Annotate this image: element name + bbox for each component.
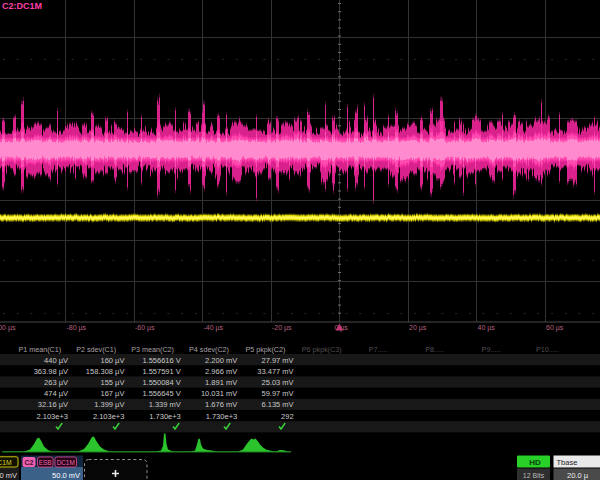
svg-text:DC1M: DC1M: [57, 459, 75, 466]
svg-text:P4 sdev(C2): P4 sdev(C2): [189, 345, 229, 354]
svg-text:-60 µs: -60 µs: [135, 324, 155, 332]
svg-text:2.103e+3: 2.103e+3: [37, 412, 69, 421]
svg-text:50.0 mV: 50.0 mV: [0, 471, 17, 480]
svg-text:HD: HD: [529, 458, 541, 467]
svg-text:-80 µs: -80 µs: [67, 324, 87, 332]
svg-text:363.98 µV: 363.98 µV: [34, 367, 68, 376]
svg-text:1.557591 V: 1.557591 V: [142, 367, 180, 376]
svg-text:10.031 mV: 10.031 mV: [201, 389, 237, 398]
svg-text:12 Bits: 12 Bits: [523, 472, 545, 479]
svg-text:-100 µs: -100 µs: [0, 324, 16, 332]
svg-text:1.676 mV: 1.676 mV: [205, 400, 237, 409]
svg-text:32.16 µV: 32.16 µV: [38, 400, 68, 409]
svg-text:2.966 mV: 2.966 mV: [205, 367, 237, 376]
svg-text:P8.....: P8.....: [425, 345, 444, 354]
svg-text:20 µs: 20 µs: [409, 324, 427, 332]
svg-text:1.730e+3: 1.730e+3: [149, 412, 181, 421]
svg-text:1.556616 V: 1.556616 V: [142, 356, 180, 365]
svg-text:6.135 mV: 6.135 mV: [261, 400, 293, 409]
svg-text:20.0 µ: 20.0 µ: [567, 471, 589, 480]
svg-text:P5 pkpk(C2): P5 pkpk(C2): [245, 345, 285, 354]
svg-text:Tbase: Tbase: [557, 458, 578, 467]
svg-text:1.399 µV: 1.399 µV: [94, 400, 124, 409]
svg-text:59.97 mV: 59.97 mV: [261, 389, 293, 398]
svg-text:25.03 mV: 25.03 mV: [261, 378, 293, 387]
svg-text:1.891 mV: 1.891 mV: [205, 378, 237, 387]
svg-text:-20 µs: -20 µs: [272, 324, 292, 332]
svg-text:P6 pkpk(C3): P6 pkpk(C3): [302, 345, 342, 354]
svg-text:292: 292: [281, 412, 294, 421]
svg-text:167 µV: 167 µV: [100, 389, 124, 398]
svg-text:50.0 mV: 50.0 mV: [52, 471, 80, 480]
svg-text:P9.....: P9.....: [482, 345, 501, 354]
svg-text:27.97 mV: 27.97 mV: [261, 356, 293, 365]
svg-text:2.200 mV: 2.200 mV: [205, 356, 237, 365]
svg-text:40 µs: 40 µs: [478, 324, 496, 332]
svg-text:160 µV: 160 µV: [100, 356, 124, 365]
svg-text:155 µV: 155 µV: [100, 378, 124, 387]
svg-text:P3 mean(C2): P3 mean(C2): [131, 345, 174, 354]
svg-text:DC1M: DC1M: [0, 459, 12, 466]
svg-text:2.103e+3: 2.103e+3: [93, 412, 125, 421]
svg-text:P10.....: P10.....: [536, 345, 559, 354]
svg-text:263 µV: 263 µV: [44, 378, 68, 387]
svg-text:C2: C2: [25, 459, 34, 466]
svg-text:-40 µs: -40 µs: [204, 324, 224, 332]
svg-text:1.339 mV: 1.339 mV: [149, 400, 181, 409]
svg-text:33.477 mV: 33.477 mV: [257, 367, 293, 376]
svg-text:P1 mean(C1): P1 mean(C1): [18, 345, 61, 354]
svg-text:1.556645 V: 1.556645 V: [142, 389, 180, 398]
svg-text:C2:DC1M: C2:DC1M: [2, 1, 42, 11]
svg-text:158.308 µV: 158.308 µV: [86, 367, 125, 376]
svg-text:474 µV: 474 µV: [44, 389, 68, 398]
svg-text:440 µV: 440 µV: [44, 356, 68, 365]
svg-text:1.730e+3: 1.730e+3: [206, 412, 238, 421]
svg-text:P7.....: P7.....: [369, 345, 388, 354]
svg-text:60 µs: 60 µs: [546, 324, 564, 332]
svg-text:P2 sdev(C1): P2 sdev(C1): [76, 345, 116, 354]
svg-text:1.550084 V: 1.550084 V: [142, 378, 180, 387]
svg-text:ESB: ESB: [39, 459, 52, 466]
